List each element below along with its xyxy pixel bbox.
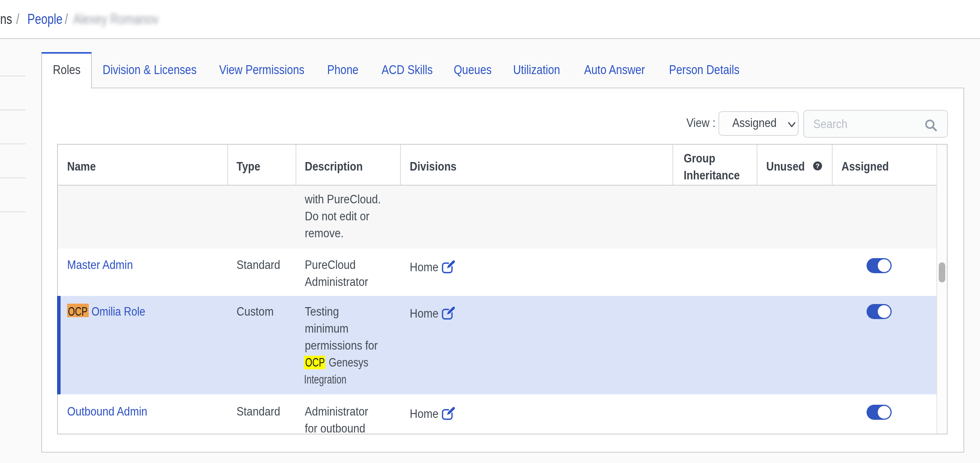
svg-text:?: ?	[816, 162, 819, 170]
